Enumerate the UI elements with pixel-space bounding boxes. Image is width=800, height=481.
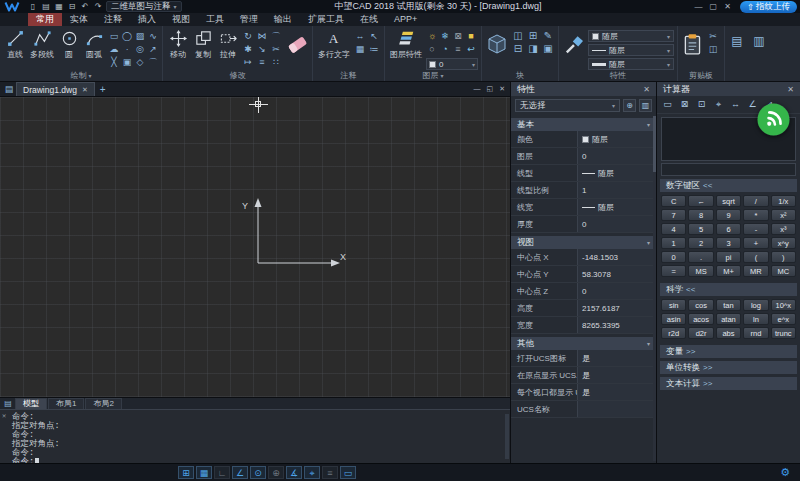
redo-icon[interactable]: ↷	[93, 1, 103, 13]
offset-icon[interactable]: ≡	[256, 56, 268, 68]
new-tab-button[interactable]: +	[100, 84, 106, 95]
insert-block-tool[interactable]	[485, 32, 509, 56]
table-icon[interactable]: ▦	[354, 43, 366, 55]
calc-key-ten-power-x[interactable]: 10^x	[771, 299, 796, 311]
revcloud-icon[interactable]: ☁	[108, 43, 120, 55]
calc-key-abs[interactable]: abs	[716, 327, 741, 339]
collapse-toggle[interactable]: <<	[686, 285, 695, 294]
ribbon-tab-output[interactable]: 输出	[266, 13, 300, 26]
property-value[interactable]: 是	[577, 384, 656, 400]
copy-clip-icon[interactable]: ◫	[707, 43, 719, 55]
calc-key-4[interactable]: 4	[661, 223, 686, 235]
layer-color-icon[interactable]: ■	[465, 30, 477, 42]
mirror-icon[interactable]: ⋈	[256, 30, 268, 42]
calc-key-pi[interactable]: pi	[716, 251, 741, 263]
extend-icon[interactable]: ↦	[242, 56, 254, 68]
calc-key-close-paren[interactable]: )	[771, 251, 796, 263]
line-tool[interactable]: 直线	[3, 28, 27, 60]
numpad-section-header[interactable]: 数字键区 <<	[660, 179, 797, 192]
calc-key-acos[interactable]: acos	[688, 313, 713, 325]
close-panel-icon[interactable]: ✕	[643, 85, 650, 94]
layout-list-icon[interactable]: ▤	[2, 399, 14, 408]
calc-key-asin[interactable]: asin	[661, 313, 686, 325]
calc-key-8[interactable]: 8	[688, 209, 713, 221]
design-center-icon[interactable]: ▥	[750, 32, 768, 50]
paste-tool[interactable]	[681, 32, 705, 56]
calc-collapsed-section[interactable]: 变量>>	[660, 345, 797, 358]
scientific-section-header[interactable]: 科学 <<	[660, 283, 797, 296]
calc-key-7[interactable]: 7	[661, 209, 686, 221]
property-value[interactable]: 0	[577, 216, 656, 232]
arc-tool[interactable]: 圆弧	[82, 28, 106, 60]
calc-key-plus[interactable]: +	[743, 237, 768, 249]
layer-on-icon[interactable]: ☼	[426, 30, 438, 42]
settings-gear-icon[interactable]: ⚙	[780, 466, 790, 479]
zwcad-logo[interactable]	[4, 1, 22, 12]
layout-tab-model[interactable]: 模型	[15, 398, 47, 409]
ribbon-tab-tools[interactable]: 工具	[198, 13, 232, 26]
ribbon-tab-online[interactable]: 在线	[352, 13, 386, 26]
drawing-tab-list-icon[interactable]: ▤	[2, 84, 16, 94]
print-icon[interactable]: ⊟	[67, 1, 77, 13]
calc-key-reciprocal[interactable]: 1/x	[771, 195, 796, 207]
calc-key-log[interactable]: log	[743, 299, 768, 311]
block-attribute-icon[interactable]: ⊟	[511, 43, 525, 55]
calc-key-9[interactable]: 9	[716, 209, 741, 221]
calc-key-c[interactable]: C	[661, 195, 686, 207]
hatch-icon[interactable]: ▨	[134, 30, 146, 42]
calc-key-square[interactable]: x²	[771, 209, 796, 221]
lineweight-toggle[interactable]: ≡	[322, 466, 338, 479]
linetype-combo[interactable]: 随层 ▾	[588, 44, 674, 56]
snap-toggle[interactable]: ⊞	[178, 466, 194, 479]
floating-green-widget[interactable]	[757, 103, 790, 136]
region-icon[interactable]: ▣	[121, 56, 133, 68]
selection-dropdown[interactable]: 无选择 ▾	[515, 99, 620, 112]
color-combo[interactable]: 随层 ▾	[588, 30, 674, 42]
group-label-layer[interactable]: 图层▾	[385, 70, 481, 81]
calc-key-rnd[interactable]: rnd	[743, 327, 768, 339]
property-value[interactable]	[577, 401, 656, 417]
save-icon[interactable]: ▦	[54, 1, 64, 13]
property-value[interactable]: 0	[577, 148, 656, 164]
layout-tab-layout2[interactable]: 布局2	[85, 398, 121, 409]
create-block-icon[interactable]: ⊞	[526, 30, 540, 42]
calc-key-6[interactable]: 6	[716, 223, 741, 235]
close-panel-icon[interactable]: ✕	[787, 85, 794, 94]
property-value[interactable]: 是	[577, 350, 656, 366]
mtext-tool[interactable]: A多行文字	[316, 28, 352, 60]
calc-key-cos[interactable]: cos	[688, 299, 713, 311]
property-value[interactable]: 是	[577, 367, 656, 383]
circle-tool[interactable]: 圆	[57, 28, 81, 60]
osnap-toggle[interactable]: ⊙	[250, 466, 266, 479]
scale-icon[interactable]: ↘	[256, 43, 268, 55]
calc-key-ms[interactable]: MS	[688, 265, 713, 277]
calc-key-trunc[interactable]: trunc	[771, 327, 796, 339]
property-value[interactable]: 8265.3395	[577, 317, 656, 333]
doc-minimize-button[interactable]: —	[474, 85, 481, 93]
dyn-toggle[interactable]: ⌖	[304, 466, 320, 479]
layer-match-icon[interactable]: ≡	[452, 43, 464, 55]
calc-key-decimal[interactable]: .	[688, 251, 713, 263]
section-header[interactable]: 基本▾	[511, 118, 656, 131]
calc-key-e-power-x[interactable]: e^x	[771, 313, 796, 325]
ribbon-tab-app-plus[interactable]: APP+	[386, 13, 425, 26]
rectangle-icon[interactable]: ▭	[108, 30, 120, 42]
calc-key-mr[interactable]: MR	[743, 265, 768, 277]
command-close-icon[interactable]: ✕	[2, 412, 6, 420]
section-header[interactable]: 其他▾	[511, 337, 656, 350]
quick-select-button[interactable]: ⊕	[623, 99, 636, 112]
copy-tool[interactable]: 复制	[191, 28, 215, 60]
property-value[interactable]: 随层	[577, 165, 656, 181]
new-file-icon[interactable]: ▯	[28, 1, 38, 13]
collapse-toggle[interactable]: <<	[703, 181, 712, 190]
move-tool[interactable]: 移动	[166, 28, 190, 60]
calc-key-power[interactable]: x^y	[771, 237, 796, 249]
calc-key-d2r[interactable]: d2r	[688, 327, 713, 339]
block-attach-icon[interactable]: ▣	[541, 43, 555, 55]
layer-previous-icon[interactable]: ↩	[465, 43, 477, 55]
stretch-tool[interactable]: 拉伸	[216, 28, 240, 60]
otrack-toggle[interactable]: ∡	[286, 466, 302, 479]
paste-value-icon[interactable]: ⊡	[695, 98, 708, 111]
polyline-tool[interactable]: 多段线	[28, 28, 56, 60]
write-block-icon[interactable]: ◨	[526, 43, 540, 55]
